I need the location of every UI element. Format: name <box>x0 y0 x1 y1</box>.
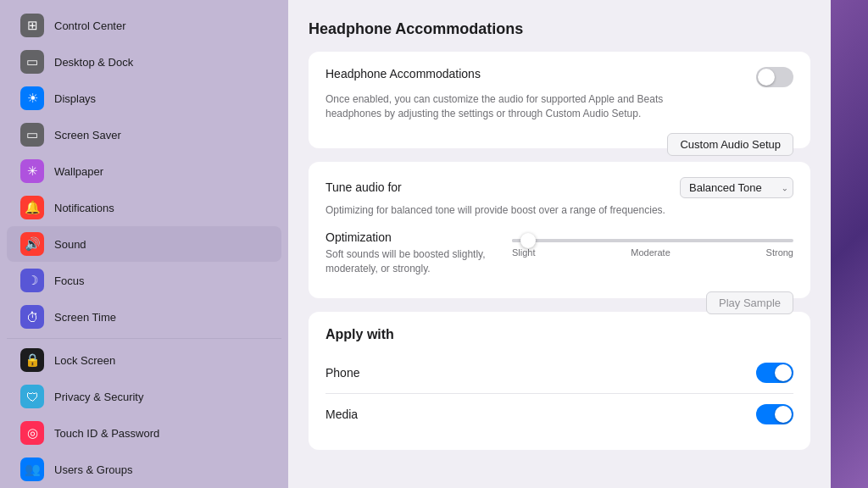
lock-screen-icon: 🔒 <box>20 348 44 372</box>
screen-saver-icon: ▭ <box>20 123 44 147</box>
main-content: Headphone Accommodations Headphone Accom… <box>288 0 831 488</box>
optimization-label: Optimization <box>326 230 495 244</box>
sidebar-divider <box>7 338 281 339</box>
screen-time-icon: ⏱ <box>20 305 44 329</box>
sidebar-item-lock-screen[interactable]: 🔒Lock Screen <box>7 342 281 378</box>
sidebar-label-desktop-dock: Desktop & Dock <box>54 56 133 69</box>
sidebar-label-sound: Sound <box>54 238 86 251</box>
sidebar-item-wallpaper[interactable]: ✳Wallpaper <box>7 153 281 189</box>
card1-title: Headphone Accommodations <box>326 67 481 80</box>
notifications-icon: 🔔 <box>20 196 44 219</box>
optimization-slider-col: Slight Moderate Strong <box>512 230 793 258</box>
headphone-accommodations-card: Headphone Accommodations Once enabled, y… <box>309 52 810 148</box>
media-toggle-knob <box>775 406 792 423</box>
tune-audio-label: Tune audio for <box>326 180 402 194</box>
card1-description: Once enabled, you can customize the audi… <box>326 92 715 121</box>
apply-with-title: Apply with <box>326 327 793 342</box>
apply-phone-label: Phone <box>326 366 359 380</box>
sidebar-item-displays[interactable]: ☀Displays <box>7 80 281 116</box>
sidebar-item-touch-id[interactable]: ◎Touch ID & Password <box>7 415 281 451</box>
sidebar-label-lock-screen: Lock Screen <box>54 354 115 367</box>
headphone-toggle[interactable] <box>756 67 793 87</box>
sidebar-label-screen-time: Screen Time <box>54 311 116 324</box>
tune-audio-select-wrapper[interactable]: Balanced Tone Vocal Range Brightness Inc… <box>680 177 793 198</box>
phone-toggle[interactable] <box>756 363 793 383</box>
slider-ticks: Slight Moderate Strong <box>512 247 793 258</box>
play-sample-button[interactable]: Play Sample <box>706 291 793 314</box>
sound-icon: 🔊 <box>20 232 44 256</box>
tick-strong: Strong <box>766 247 793 258</box>
wallpaper-icon: ✳ <box>20 159 44 183</box>
phone-toggle-knob <box>775 364 792 381</box>
apply-with-card: Apply with Phone Media <box>309 312 810 450</box>
slider-track[interactable] <box>512 239 793 242</box>
sidebar-label-touch-id: Touch ID & Password <box>54 427 159 440</box>
media-toggle[interactable] <box>756 404 793 424</box>
sidebar-item-privacy-security[interactable]: 🛡Privacy & Security <box>7 379 281 414</box>
displays-icon: ☀ <box>20 86 44 110</box>
sidebar-label-users-groups: Users & Groups <box>54 463 132 476</box>
tune-audio-card: Tune audio for Balanced Tone Vocal Range… <box>309 162 810 298</box>
sidebar-label-privacy-security: Privacy & Security <box>54 391 143 403</box>
sidebar-label-focus: Focus <box>54 274 84 287</box>
sidebar-item-users-groups[interactable]: 👥Users & Groups <box>7 452 281 487</box>
sidebar-item-focus[interactable]: ☽Focus <box>7 263 281 298</box>
sidebar-item-desktop-dock[interactable]: ▭Desktop & Dock <box>7 44 281 80</box>
sidebar-label-control-center: Control Center <box>54 19 126 32</box>
optimization-section: Optimization Soft sounds will be boosted… <box>326 230 793 276</box>
sidebar-item-screen-saver[interactable]: ▭Screen Saver <box>7 117 281 152</box>
focus-icon: ☽ <box>20 269 44 292</box>
sidebar-label-screen-saver: Screen Saver <box>54 129 121 141</box>
sidebar-item-screen-time[interactable]: ⏱Screen Time <box>7 299 281 335</box>
tune-audio-description: Optimizing for balanced tone will provid… <box>326 203 715 218</box>
sidebar-label-displays: Displays <box>54 92 96 105</box>
sidebar-item-notifications[interactable]: 🔔Notifications <box>7 190 281 225</box>
sidebar: ⊞Control Center▭Desktop & Dock☀Displays▭… <box>0 0 288 488</box>
right-decoration <box>831 0 868 488</box>
toggle-knob <box>758 69 775 86</box>
page-title: Headphone Accommodations <box>309 20 810 38</box>
sidebar-label-notifications: Notifications <box>54 202 114 214</box>
sidebar-item-sound[interactable]: 🔊Sound <box>7 226 281 262</box>
tune-audio-select[interactable]: Balanced Tone Vocal Range Brightness Inc… <box>680 177 793 198</box>
apply-row-phone: Phone <box>326 352 793 394</box>
slider-thumb[interactable] <box>520 233 536 248</box>
touch-id-icon: ◎ <box>20 421 44 445</box>
optimization-description: Soft sounds will be boosted slightly, mo… <box>326 247 495 276</box>
apply-media-label: Media <box>326 408 358 421</box>
users-groups-icon: 👥 <box>20 458 44 481</box>
sidebar-item-control-center[interactable]: ⊞Control Center <box>7 8 281 43</box>
privacy-security-icon: 🛡 <box>20 385 44 408</box>
custom-audio-setup-button[interactable]: Custom Audio Setup <box>667 133 793 156</box>
apply-row-media: Media <box>326 394 793 435</box>
sidebar-label-wallpaper: Wallpaper <box>54 165 103 178</box>
tick-slight: Slight <box>512 247 536 258</box>
control-center-icon: ⊞ <box>20 14 44 37</box>
tick-moderate: Moderate <box>631 247 670 258</box>
desktop-dock-icon: ▭ <box>20 50 44 74</box>
